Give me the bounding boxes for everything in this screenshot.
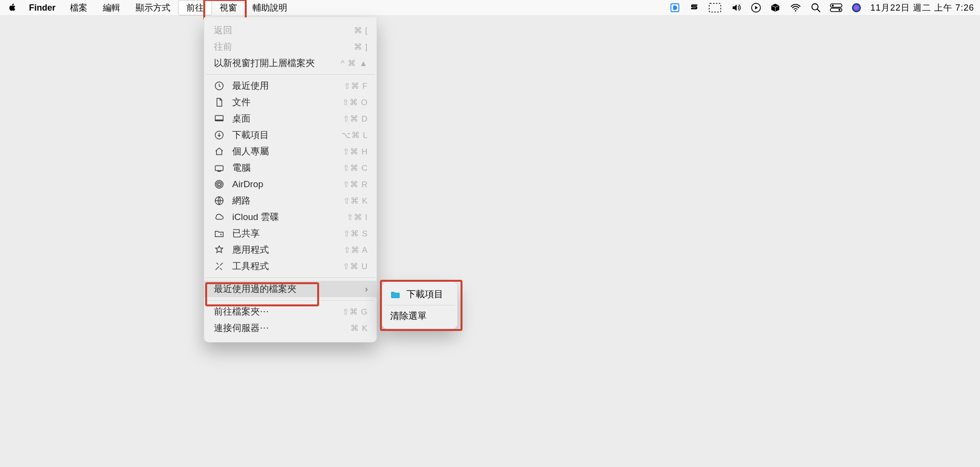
submenu-item-label: 清除選單 — [390, 310, 427, 322]
download-icon — [214, 130, 224, 140]
status-icon-screenshot[interactable] — [708, 2, 722, 13]
menu-view[interactable]: 顯示方式 — [128, 0, 178, 15]
globe-icon — [214, 195, 224, 206]
menu-edit[interactable]: 編輯 — [95, 0, 128, 15]
cloud-icon — [214, 212, 224, 222]
svg-point-20 — [220, 234, 222, 235]
menu-item-label: 返回 — [214, 24, 354, 37]
menu-item-forward[interactable]: 往前 ⌘ ] — [204, 39, 377, 55]
menu-item-network[interactable]: 網路 ⇧⌘ K — [204, 192, 377, 209]
submenu-item-label: 下載項目 — [406, 288, 443, 301]
submenu-item-downloads[interactable]: 下載項目 — [382, 287, 457, 302]
menu-separator — [206, 277, 375, 278]
go-menu: 返回 ⌘ [ 往前 ⌘ ] 以新視窗打開上層檔案夾 ^ ⌘ ▲ 最近使用 ⇧⌘ … — [204, 17, 377, 343]
home-icon — [214, 146, 224, 157]
status-icon-s[interactable] — [689, 2, 700, 13]
menu-window[interactable]: 視窗 — [212, 0, 245, 15]
desktop-icon — [214, 113, 224, 124]
computer-icon — [214, 163, 224, 173]
document-icon — [214, 97, 224, 108]
svg-rect-1 — [709, 3, 721, 12]
status-icon-control-center[interactable] — [830, 3, 842, 13]
menu-item-connect-to-server[interactable]: 連接伺服器⋯ ⌘ K — [204, 320, 377, 336]
submenu-item-clear-menu[interactable]: 清除選單 — [382, 308, 457, 324]
menu-file[interactable]: 檔案 — [62, 0, 95, 15]
menu-item-go-to-folder[interactable]: 前往檔案夾⋯ ⇧⌘ G — [204, 303, 377, 320]
svg-point-16 — [218, 183, 221, 186]
svg-point-6 — [832, 5, 834, 7]
status-icon-play[interactable] — [751, 2, 761, 13]
svg-point-8 — [839, 9, 840, 11]
status-icon-siri[interactable] — [851, 2, 862, 13]
menu-item-home[interactable]: 個人專屬 ⇧⌘ H — [204, 143, 377, 160]
svg-rect-12 — [215, 120, 224, 121]
folder-icon — [390, 289, 401, 300]
menu-item-downloads[interactable]: 下載項目 ⌥⌘ L — [204, 127, 377, 143]
chevron-right-icon: › — [365, 284, 368, 294]
svg-rect-14 — [215, 165, 224, 170]
apple-menu[interactable] — [6, 3, 22, 13]
menu-separator — [206, 300, 375, 301]
shared-folder-icon — [214, 228, 224, 239]
clock-icon — [214, 81, 224, 91]
svg-point-17 — [217, 182, 222, 187]
svg-point-9 — [852, 3, 861, 12]
menu-item-enclosing-folder[interactable]: 以新視窗打開上層檔案夾 ^ ⌘ ▲ — [204, 55, 377, 71]
menu-help[interactable]: 輔助說明 — [245, 0, 295, 15]
utilities-icon — [214, 261, 224, 272]
menu-item-recent-folders[interactable]: 最近使用過的檔案夾 › — [204, 281, 377, 297]
menu-go[interactable]: 前往 — [178, 0, 212, 15]
menu-bar-clock[interactable]: 11月22日 週二 上午 7:26 — [870, 2, 974, 14]
menu-app-finder[interactable]: Finder — [22, 0, 62, 15]
menu-separator — [206, 74, 375, 75]
status-icon-package[interactable] — [770, 2, 781, 13]
svg-rect-15 — [218, 171, 221, 171]
recent-folders-submenu: 下載項目 清除選單 — [382, 281, 458, 329]
status-icon-volume[interactable] — [730, 2, 742, 13]
applications-icon — [214, 245, 224, 255]
menu-item-documents[interactable]: 文件 ⇧⌘ O — [204, 94, 377, 110]
menu-bar: Finder 檔案 編輯 顯示方式 前往 視窗 輔助說明 11月22日 週二 上… — [0, 0, 980, 16]
menu-item-shortcut: ⌘ [ — [354, 26, 368, 36]
menu-item-utilities[interactable]: 工具程式 ⇧⌘ U — [204, 258, 377, 275]
menu-item-desktop[interactable]: 桌面 ⇧⌘ D — [204, 110, 377, 127]
svg-point-3 — [795, 10, 797, 12]
menu-item-airdrop[interactable]: AirDrop ⇧⌘ R — [204, 176, 377, 192]
menu-item-icloud[interactable]: iCloud 雲碟 ⇧⌘ I — [204, 209, 377, 225]
status-icon-wifi[interactable] — [789, 2, 802, 13]
status-icon-spotlight[interactable] — [811, 2, 821, 13]
menu-separator — [384, 305, 455, 305]
airdrop-icon — [214, 179, 224, 190]
menu-item-shared[interactable]: 已共享 ⇧⌘ S — [204, 225, 377, 242]
menu-item-recents[interactable]: 最近使用 ⇧⌘ F — [204, 78, 377, 94]
status-icon-app-d[interactable] — [670, 2, 680, 13]
menu-item-back[interactable]: 返回 ⌘ [ — [204, 22, 377, 39]
menu-item-computer[interactable]: 電腦 ⇧⌘ C — [204, 160, 377, 176]
menu-item-applications[interactable]: 應用程式 ⇧⌘ A — [204, 242, 377, 258]
